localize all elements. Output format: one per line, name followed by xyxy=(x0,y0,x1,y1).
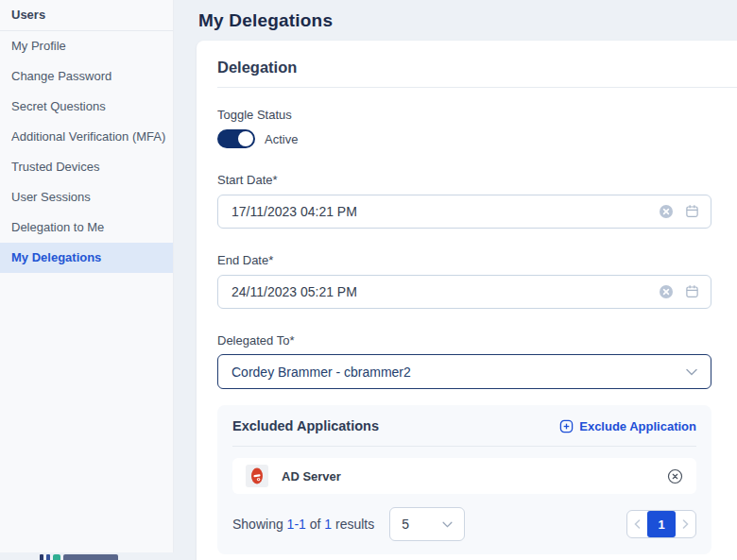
sidebar-item-user-sessions[interactable]: User Sessions xyxy=(0,182,173,212)
delegation-section-title: Delegation xyxy=(217,59,711,76)
sidebar-item-my-delegations[interactable]: My Delegations xyxy=(0,243,173,273)
excluded-applications-footer: Showing 1-1 of 1 results 5 xyxy=(232,507,696,541)
excluded-applications-title: Excluded Applications xyxy=(232,418,559,433)
start-date-field xyxy=(217,195,711,229)
end-date-input[interactable] xyxy=(217,275,711,309)
section-divider xyxy=(217,87,737,88)
main-content: My Delegations Delegation Toggle Status … xyxy=(174,0,737,560)
sidebar-item-secret-questions[interactable]: Secret Questions xyxy=(0,92,173,122)
page-1-button[interactable]: 1 xyxy=(647,511,676,537)
calendar-icon[interactable] xyxy=(685,204,699,218)
sidebar-header-users: Users xyxy=(0,0,173,31)
results-total: 1 xyxy=(324,517,332,532)
pagination: 1 xyxy=(626,510,696,538)
exclude-application-label: Exclude Application xyxy=(579,419,696,433)
sidebar-item-delegation-to-me[interactable]: Delegation to Me xyxy=(0,212,173,243)
toggle-status-label: Toggle Status xyxy=(217,108,711,122)
start-date-label: Start Date* xyxy=(217,173,711,187)
excluded-app-name: AD Server xyxy=(282,469,667,484)
showing-word: Showing xyxy=(232,517,283,532)
sidebar-item-additional-verification-mfa[interactable]: Additional Verification (MFA) xyxy=(0,122,173,152)
results-range: 1-1 xyxy=(287,517,306,532)
clear-icon[interactable] xyxy=(659,284,674,299)
prev-page-button[interactable] xyxy=(627,511,647,537)
page-size-select[interactable]: 5 xyxy=(389,507,465,541)
clear-icon[interactable] xyxy=(659,204,674,219)
sidebar-item-trusted-devices[interactable]: Trusted Devices xyxy=(0,152,173,182)
ad-server-icon xyxy=(246,465,268,487)
delegated-to-select[interactable]: Cordey Brammer - cbrammer2 xyxy=(217,354,711,389)
sidebar: Users My Profile Change Password Secret … xyxy=(0,0,174,552)
end-date-field xyxy=(217,275,711,309)
results-word: results xyxy=(335,517,374,532)
panel-divider xyxy=(232,446,696,447)
next-page-button[interactable] xyxy=(676,511,695,537)
excluded-applications-header: Excluded Applications Exclude Applicatio… xyxy=(232,418,696,433)
plus-square-icon xyxy=(559,419,574,433)
toggle-knob xyxy=(238,131,253,146)
excluded-app-row: AD Server xyxy=(232,458,696,494)
chevron-down-icon xyxy=(686,368,697,376)
delegated-to-label: Delegated To* xyxy=(217,333,711,348)
toggle-status-value: Active xyxy=(265,132,298,146)
of-word: of xyxy=(310,517,321,532)
page-size-value: 5 xyxy=(402,517,442,532)
remove-excluded-app-icon[interactable] xyxy=(667,468,683,484)
status-toggle[interactable] xyxy=(217,129,255,148)
sidebar-nav: My Profile Change Password Secret Questi… xyxy=(0,31,173,273)
excluded-applications-panel: Excluded Applications Exclude Applicatio… xyxy=(217,405,711,554)
exclude-application-button[interactable]: Exclude Application xyxy=(559,419,696,433)
delegated-to-value: Cordey Brammer - cbrammer2 xyxy=(231,365,686,380)
toggle-row: Active xyxy=(217,129,711,148)
sidebar-item-change-password[interactable]: Change Password xyxy=(0,61,173,92)
calendar-icon[interactable] xyxy=(685,284,699,298)
powered-by-logo xyxy=(40,554,153,560)
chevron-down-icon xyxy=(442,521,453,528)
results-summary: Showing 1-1 of 1 results xyxy=(232,517,374,532)
start-date-input[interactable] xyxy=(217,195,711,229)
end-date-label: End Date* xyxy=(217,253,711,267)
page-title: My Delegations xyxy=(174,0,737,31)
delegation-card: Delegation Toggle Status Active Start Da… xyxy=(197,41,737,560)
sidebar-item-my-profile[interactable]: My Profile xyxy=(0,31,173,61)
